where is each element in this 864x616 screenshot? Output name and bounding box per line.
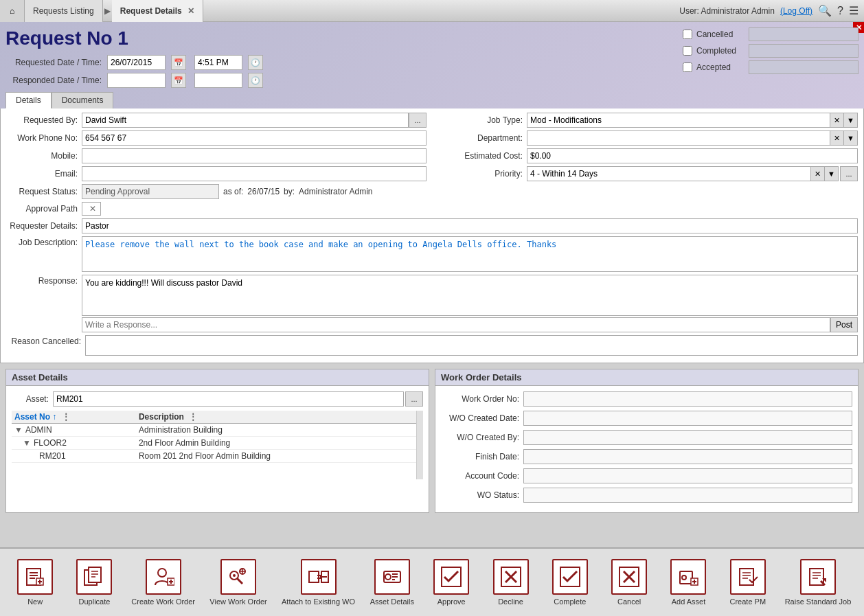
job-description-label: Job Description: <box>6 236 82 247</box>
request-status-input[interactable] <box>82 184 219 199</box>
view-work-order-icon <box>220 559 256 595</box>
cancel-button[interactable]: Cancel <box>607 559 652 606</box>
accepted-checkbox[interactable] <box>683 62 692 72</box>
estimated-cost-input[interactable] <box>527 148 858 163</box>
tree-expand-2[interactable]: ▼ <box>23 438 31 448</box>
cancelled-checkbox[interactable] <box>683 30 692 39</box>
responded-date-input[interactable] <box>107 73 166 88</box>
asset-input[interactable] <box>53 391 404 407</box>
responded-time-input[interactable] <box>194 73 242 88</box>
responded-time-picker[interactable]: 🕐 <box>248 73 263 88</box>
create-pm-button[interactable]: Create PM <box>725 559 770 606</box>
department-dropdown[interactable]: ▼ <box>844 130 858 146</box>
priority-dropdown[interactable]: ▼ <box>825 166 839 181</box>
raise-standard-job-button[interactable]: Raise Standard Job <box>785 559 852 606</box>
job-description-row: Job Description: Please remove the wall … <box>1 236 863 272</box>
breadcrumb-request-details[interactable]: Request Details ✕ <box>112 0 203 22</box>
asset-table: Asset No ↑ ⋮ Description ⋮ <box>12 411 416 463</box>
requester-details-input[interactable] <box>82 218 858 233</box>
account-code-label: Account Code: <box>441 471 523 481</box>
create-work-order-button[interactable]: Create Work Order <box>131 559 195 606</box>
asset-scrollbar[interactable] <box>416 411 423 479</box>
menu-icon[interactable]: ☰ <box>849 4 859 17</box>
tab-details[interactable]: Details <box>5 92 52 109</box>
requested-time-input[interactable] <box>194 55 242 70</box>
wo-status-input[interactable] <box>523 488 852 503</box>
help-icon[interactable]: ? <box>837 5 843 17</box>
mobile-row: Mobile: <box>6 148 427 163</box>
work-phone-input[interactable] <box>82 130 427 146</box>
accepted-row: Accepted <box>683 60 859 74</box>
asset-details-button[interactable]: Asset Details <box>370 559 414 606</box>
requested-date-label: Requested Date / Time: <box>5 58 102 67</box>
response-right: You are kidding!!! Will discuss pastor D… <box>82 275 858 332</box>
asset-no-menu[interactable]: ⋮ <box>62 412 70 422</box>
breadcrumb-requests-listing[interactable]: Requests Listing <box>25 0 103 22</box>
tab-close-icon[interactable]: ✕ <box>187 6 194 16</box>
complete-button[interactable]: Complete <box>547 559 592 606</box>
add-asset-button[interactable]: Add Asset <box>666 559 711 606</box>
department-input[interactable] <box>527 130 830 146</box>
decline-button[interactable]: Decline <box>488 559 533 606</box>
job-type-dropdown[interactable]: ▼ <box>844 113 858 128</box>
search-icon[interactable]: 🔍 <box>818 4 832 17</box>
view-work-order-button[interactable]: View Work Order <box>209 559 266 606</box>
priority-input[interactable] <box>527 166 811 181</box>
asset-browse[interactable]: ... <box>405 391 423 407</box>
requested-date-picker[interactable]: 📅 <box>171 55 186 70</box>
attach-existing-wo-button[interactable]: Attach to Existing WO <box>282 559 355 606</box>
email-input[interactable] <box>82 166 427 181</box>
reason-cancelled-input[interactable] <box>85 335 858 356</box>
duplicate-button-label: Duplicate <box>79 597 111 606</box>
completed-checkbox[interactable] <box>683 46 692 56</box>
responded-date-picker[interactable]: 📅 <box>171 73 186 88</box>
tree-expand-1[interactable]: ▼ <box>14 425 23 435</box>
department-clear[interactable]: ✕ <box>830 130 844 146</box>
job-type-clear[interactable]: ✕ <box>830 113 844 128</box>
requested-by-input[interactable] <box>82 113 409 128</box>
duplicate-button[interactable]: Duplicate <box>72 559 117 606</box>
approval-path-row: Approval Path ✕ <box>1 202 863 216</box>
priority-more[interactable]: ... <box>840 166 858 181</box>
department-row: Department: ✕ ▼ <box>437 130 858 146</box>
completed-input[interactable] <box>749 44 859 58</box>
table-row[interactable]: ▼ADMIN Administration Building <box>12 424 416 437</box>
description-menu[interactable]: ⋮ <box>189 412 197 422</box>
wo-created-by-input[interactable] <box>523 430 852 445</box>
accepted-input[interactable] <box>749 60 859 74</box>
create-pm-label: Create PM <box>730 597 766 606</box>
asset-details-label: Asset Details <box>370 597 414 606</box>
post-button[interactable]: Post <box>830 317 858 332</box>
job-description-textarea[interactable]: Please remove the wall next to the book … <box>82 236 858 272</box>
requested-date-input[interactable] <box>107 55 166 70</box>
table-row[interactable]: ▼FLOOR2 2nd Floor Admin Building <box>12 437 416 450</box>
home-button[interactable]: ⌂ <box>0 0 25 22</box>
estimated-cost-row: Estimated Cost: <box>437 148 858 163</box>
job-type-input[interactable] <box>527 113 830 128</box>
col-asset-no[interactable]: Asset No ↑ ⋮ <box>12 411 136 424</box>
requested-time-picker[interactable]: 🕐 <box>248 55 263 70</box>
approval-chip-clear[interactable]: ✕ <box>89 204 96 214</box>
tab-documents[interactable]: Documents <box>52 92 114 109</box>
approve-button[interactable]: Approve <box>429 559 474 606</box>
cancelled-input[interactable] <box>749 27 859 41</box>
wo-created-date-input[interactable] <box>523 411 852 426</box>
wo-no-input[interactable] <box>523 391 852 407</box>
account-code-input[interactable] <box>523 468 852 483</box>
new-button[interactable]: New <box>13 559 58 606</box>
requester-details-row: Requester Details: <box>1 218 863 233</box>
requested-by-browse[interactable]: ... <box>409 113 427 128</box>
mobile-input[interactable] <box>82 148 427 163</box>
table-row[interactable]: RM201 Room 201 2nd Floor Admin Building <box>12 450 416 463</box>
finish-date-input[interactable] <box>523 449 852 464</box>
priority-clear[interactable]: ✕ <box>811 166 825 181</box>
requested-by-label: Requested By: <box>6 115 82 125</box>
request-status-section: Request Status: as of: 26/07/15 by: Admi… <box>1 184 863 199</box>
wo-no-label: Work Order No: <box>441 394 523 404</box>
asset-no-sort[interactable]: Asset No ↑ <box>14 412 56 422</box>
approve-button-icon <box>433 559 469 595</box>
logoff-link[interactable]: (Log Off) <box>780 6 812 16</box>
completed-label: Completed <box>696 46 744 56</box>
response-write-input[interactable] <box>82 317 830 332</box>
asset-details-title: Asset Details <box>6 369 429 386</box>
